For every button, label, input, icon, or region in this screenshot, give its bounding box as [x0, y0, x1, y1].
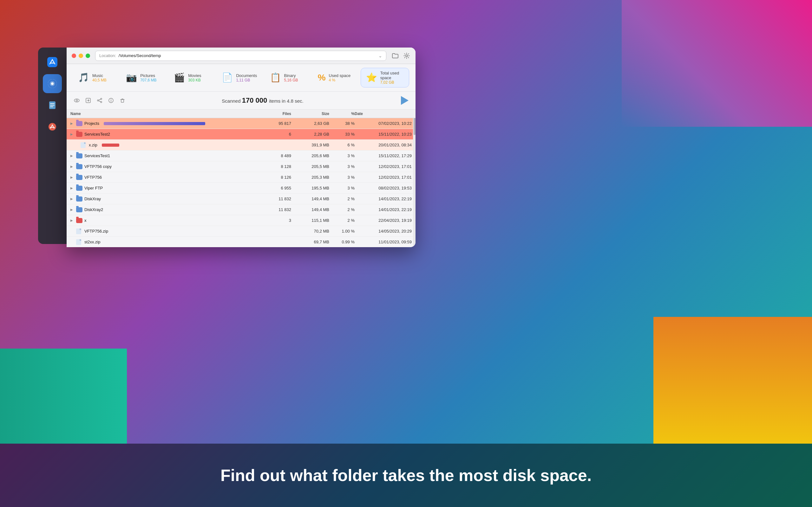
expand-icon[interactable]: ▶	[70, 154, 74, 158]
svg-point-22	[111, 99, 111, 100]
expand-icon[interactable]: ▶	[70, 165, 74, 168]
titlebar: Location: /Volumes/Second/temp ⌄	[67, 48, 415, 64]
location-path: /Volumes/Second/temp	[119, 53, 376, 58]
row-size: 391,9 MB	[291, 143, 329, 147]
table-row[interactable]: ▶ VFTP756 8 126 205,3 MB 3 % 12/02/2023,…	[67, 172, 415, 183]
row-name-text: VFTP756 copy	[84, 164, 112, 169]
row-pct: 3 %	[329, 164, 355, 169]
row-size: 115,1 MB	[291, 218, 329, 223]
file-icon	[81, 142, 86, 148]
maximize-button[interactable]	[86, 54, 90, 58]
row-name-text: DiskXray	[84, 196, 101, 201]
play-button[interactable]	[398, 94, 410, 107]
table-row[interactable]: ▶ st2xx.zip 69,7 MB 0.99 % 11/01/2023, 0…	[67, 237, 415, 247]
svg-point-11	[406, 55, 408, 57]
row-size: 149,4 MB	[291, 207, 329, 212]
used-space-icon: %	[318, 73, 326, 82]
expand-icon[interactable]: ▶	[70, 197, 74, 201]
binary-icon: 📋	[270, 73, 281, 82]
svg-point-17	[101, 101, 102, 103]
row-files: 8 126	[253, 175, 291, 180]
expand-icon[interactable]: ▶	[70, 132, 74, 136]
table-row[interactable]: ▶ Viper FTP 6 955 195,5 MB 3 % 08/02/202…	[67, 183, 415, 193]
export-button[interactable]	[83, 95, 93, 106]
expand-icon[interactable]: ▶	[70, 219, 74, 222]
row-date: 07/02/2023, 10:22	[355, 121, 412, 126]
row-date: 15/11/2022, 10:23	[355, 132, 412, 136]
table-row[interactable]: ▶ DiskXray 11 832 149,4 MB 2 % 14/01/202…	[67, 193, 415, 205]
scrollbar[interactable]	[413, 110, 415, 247]
row-size: 205,5 MB	[291, 164, 329, 169]
stat-documents[interactable]: 📄 Documents 1,11 GB	[217, 71, 264, 85]
binary-value: 5,16 GB	[284, 78, 298, 82]
scroll-thumb[interactable]	[414, 116, 415, 135]
row-files: 8 489	[253, 153, 291, 158]
expand-icon[interactable]: ▶	[70, 122, 74, 125]
traffic-lights	[72, 54, 90, 58]
action-bar: Scanned 170 000 items in 4.8 sec.	[67, 92, 415, 110]
bg-bottom-right	[653, 317, 812, 444]
row-pct: 38 %	[329, 121, 355, 126]
row-name-text: Viper FTP	[84, 186, 103, 190]
toolbar-icons	[392, 52, 410, 60]
table-row[interactable]: ▶ Projects 95 817 2,63 GB 38 % 07/02/202…	[67, 118, 415, 129]
row-pct: 3 %	[329, 175, 355, 180]
share-button[interactable]	[95, 95, 105, 106]
table-row[interactable]: x.zip 391,9 MB 6 % 20/01/2023, 08:34	[67, 140, 415, 151]
row-files: 11 832	[253, 207, 291, 212]
stat-pictures[interactable]: 📷 Pictures 707,6 MB	[121, 71, 169, 85]
stat-used-space[interactable]: % Used space 4 %	[313, 71, 361, 85]
folder-open-icon[interactable]	[392, 52, 399, 60]
delete-button[interactable]	[117, 95, 128, 106]
table-header: Name Files Size % Date	[67, 110, 415, 118]
row-date: 12/02/2023, 17:01	[355, 175, 412, 180]
row-name-text: x	[84, 218, 87, 223]
stat-total[interactable]: ⭐ Total used space 7,02 GB	[361, 68, 409, 88]
info-button[interactable]	[106, 95, 116, 106]
folder-icon	[76, 207, 83, 212]
col-size: Size	[291, 112, 329, 116]
svg-point-13	[76, 100, 78, 101]
table-row[interactable]: ▶ ServicesTest2 6 2,28 GB 33 % 15/11/202…	[67, 129, 415, 140]
table-row[interactable]: ▶ VFTP756 copy 8 128 205,5 MB 3 % 12/02/…	[67, 161, 415, 172]
stat-movies[interactable]: 🎬 Movies 303 KB	[169, 71, 217, 85]
bg-bottom-left	[0, 349, 127, 444]
row-files: 6 955	[253, 186, 291, 190]
col-pct: %	[329, 112, 355, 116]
table-row[interactable]: ▶ x 3 115,1 MB 2 % 22/04/2023, 19:19	[67, 215, 415, 226]
table-row[interactable]: ▶ DiskXray2 11 832 149,4 MB 2 % 14/01/20…	[67, 205, 415, 215]
stat-binary[interactable]: 📋 Binary 5,16 GB	[265, 71, 313, 85]
svg-line-18	[99, 99, 101, 100]
row-date: 11/01/2023, 09:59	[355, 239, 412, 244]
settings-icon[interactable]	[403, 52, 410, 60]
sidebar-item-appstore[interactable]	[43, 53, 62, 72]
expand-icon[interactable]: ▶	[70, 208, 74, 211]
size-bar	[102, 144, 119, 147]
row-size: 195,5 MB	[291, 186, 329, 190]
location-bar[interactable]: Location: /Volumes/Second/temp ⌄	[95, 51, 386, 61]
table-row[interactable]: ▶ VFTP756.zip 70,2 MB 1.00 % 14/05/2023,…	[67, 226, 415, 237]
row-date: 15/11/2022, 17:29	[355, 153, 412, 158]
sidebar-item-disk[interactable]	[43, 74, 62, 93]
row-pct: 1.00 %	[329, 229, 355, 233]
svg-line-19	[99, 101, 101, 102]
row-pct: 3 %	[329, 186, 355, 190]
row-date: 20/01/2023, 08:34	[355, 143, 412, 147]
expand-icon[interactable]: ▶	[70, 186, 74, 190]
sidebar-item-cleanup[interactable]	[43, 117, 62, 136]
row-files: 3	[253, 218, 291, 223]
eye-button[interactable]	[72, 95, 82, 106]
stat-music[interactable]: 🎵 Music 40,5 MB	[73, 71, 121, 85]
svg-point-15	[101, 98, 102, 100]
minimize-button[interactable]	[79, 54, 83, 58]
close-button[interactable]	[72, 54, 76, 58]
sidebar-item-docs[interactable]	[43, 96, 62, 115]
folder-icon	[76, 121, 83, 126]
play-triangle-icon	[401, 96, 409, 105]
table-row[interactable]: ▶ ServicesTest1 8 489 205,6 MB 3 % 15/11…	[67, 151, 415, 161]
size-bar	[104, 122, 205, 125]
location-chevron-icon[interactable]: ⌄	[378, 53, 382, 58]
row-files: 11 832	[253, 196, 291, 201]
used-space-label: Used space	[329, 73, 351, 78]
expand-icon[interactable]: ▶	[70, 176, 74, 179]
